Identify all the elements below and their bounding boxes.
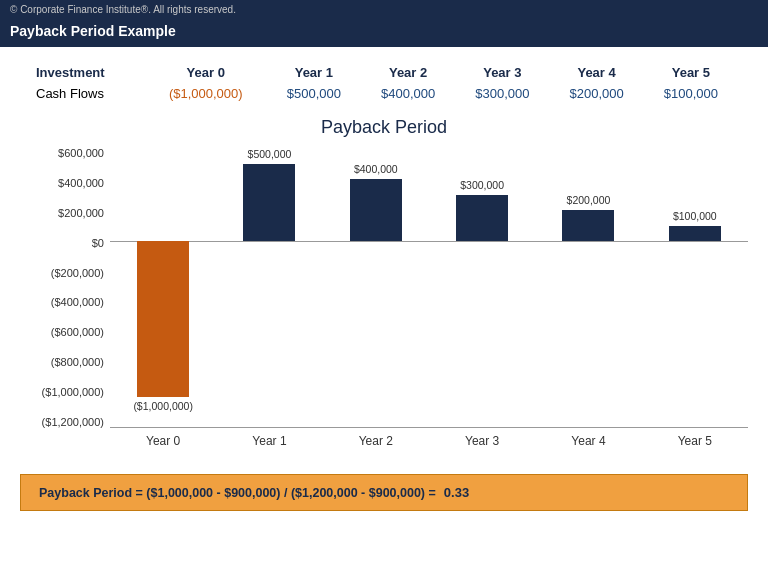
bar-value-label: $200,000 xyxy=(543,194,633,206)
col-header-year1: Year 1 xyxy=(267,61,361,84)
cell-year2: $400,000 xyxy=(361,84,455,103)
col-header-year5: Year 5 xyxy=(644,61,738,84)
x-axis-label: Year 4 xyxy=(535,434,641,448)
y-axis-label: $200,000 xyxy=(58,208,104,219)
chart-title: Payback Period xyxy=(20,117,748,138)
bar-value-label: $500,000 xyxy=(224,148,314,160)
x-axis-label: Year 5 xyxy=(642,434,748,448)
y-axis-label: $400,000 xyxy=(58,178,104,189)
cell-year4: $200,000 xyxy=(549,84,643,103)
col-header-year3: Year 3 xyxy=(455,61,549,84)
x-axis-label: Year 0 xyxy=(110,434,216,448)
y-axis-label: ($400,000) xyxy=(51,297,104,308)
bar xyxy=(669,226,721,242)
col-header-investment: Investment xyxy=(30,61,145,84)
page-title: Payback Period Example xyxy=(10,23,176,39)
bar-group: $400,000 xyxy=(323,148,429,428)
bar xyxy=(562,210,614,241)
title-bar: Payback Period Example xyxy=(0,19,768,47)
col-header-year0: Year 0 xyxy=(145,61,267,84)
bar xyxy=(243,164,295,242)
y-axis-label: $600,000 xyxy=(58,148,104,159)
bar-value-label: ($1,000,000) xyxy=(118,400,208,412)
bar-value-label: $300,000 xyxy=(437,179,527,191)
bar-group: $300,000 xyxy=(429,148,535,428)
y-axis-label: ($800,000) xyxy=(51,357,104,368)
y-axis-label: ($600,000) xyxy=(51,327,104,338)
cashflow-table: Investment Year 0 Year 1 Year 2 Year 3 Y… xyxy=(30,61,738,103)
y-axis-label: $0 xyxy=(92,238,104,249)
cell-year1: $500,000 xyxy=(267,84,361,103)
top-bar: © Corporate Finance Institute®. All righ… xyxy=(0,0,768,19)
row-label: Cash Flows xyxy=(30,84,145,103)
formula-result: 0.33 xyxy=(444,485,469,500)
copyright: © Corporate Finance Institute®. All righ… xyxy=(10,4,758,15)
x-axis-label: Year 3 xyxy=(429,434,535,448)
bar xyxy=(456,195,508,242)
bar-group: $200,000 xyxy=(535,148,641,428)
bar xyxy=(350,179,402,241)
bar-group: ($1,000,000) xyxy=(110,148,216,428)
cell-year0: ($1,000,000) xyxy=(145,84,267,103)
y-axis-label: ($200,000) xyxy=(51,268,104,279)
table-section: Investment Year 0 Year 1 Year 2 Year 3 Y… xyxy=(0,47,768,109)
cell-year3: $300,000 xyxy=(455,84,549,103)
chart-section: Payback Period $600,000$400,000$200,000$… xyxy=(0,117,768,458)
chart-inner: ($1,000,000)$500,000$400,000$300,000$200… xyxy=(110,148,748,448)
cell-year5: $100,000 xyxy=(644,84,738,103)
formula-text: Payback Period = ($1,000,000 - $900,000)… xyxy=(39,486,436,500)
formula-bar: Payback Period = ($1,000,000 - $900,000)… xyxy=(20,474,748,511)
col-header-year2: Year 2 xyxy=(361,61,455,84)
bar-group: $500,000 xyxy=(216,148,322,428)
bar-value-label: $100,000 xyxy=(650,210,740,222)
y-axis: $600,000$400,000$200,000$0($200,000)($40… xyxy=(20,148,110,428)
bar-group: $100,000 xyxy=(642,148,748,428)
table-row: Cash Flows ($1,000,000) $500,000 $400,00… xyxy=(30,84,738,103)
x-axis-label: Year 2 xyxy=(323,434,429,448)
y-axis-label: ($1,000,000) xyxy=(42,387,104,398)
y-axis-label: ($1,200,000) xyxy=(42,417,104,428)
col-header-year4: Year 4 xyxy=(549,61,643,84)
bar-value-label: $400,000 xyxy=(331,163,421,175)
x-axis-label: Year 1 xyxy=(216,434,322,448)
bar xyxy=(137,241,189,397)
